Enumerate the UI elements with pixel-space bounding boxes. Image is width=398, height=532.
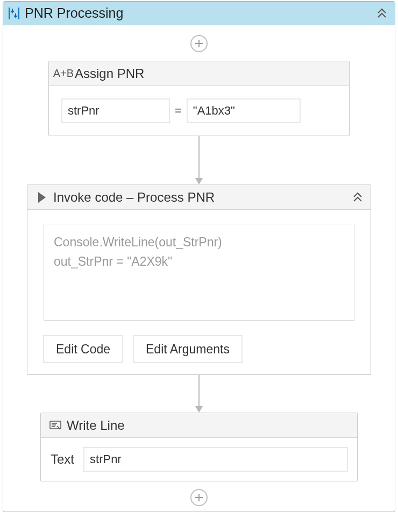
invoke-body: Console.WriteLine(out_StrPnr) out_StrPnr… (27, 210, 371, 374)
add-activity-top[interactable] (190, 35, 208, 52)
invoke-header[interactable]: Invoke code – Process PNR (27, 185, 371, 210)
sequence-icon (6, 6, 22, 21)
activity-invoke-code[interactable]: Invoke code – Process PNR Console.WriteL… (27, 185, 371, 375)
flow-arrow (195, 375, 203, 413)
writeline-title: Write Line (67, 418, 352, 433)
assign-value-field[interactable] (187, 99, 300, 123)
assign-icon: A+B (54, 66, 73, 82)
writeline-text-label: Text (51, 452, 74, 467)
flow-arrow (195, 136, 203, 185)
sequence-header[interactable]: PNR Processing (3, 2, 395, 25)
invoke-title: Invoke code – Process PNR (53, 190, 350, 205)
assign-header[interactable]: A+B Assign PNR (49, 61, 349, 86)
activity-assign-pnr[interactable]: A+B Assign PNR = (48, 61, 350, 136)
expand-arrow-icon[interactable] (33, 189, 51, 205)
assign-title: Assign PNR (75, 66, 344, 81)
add-activity-bottom[interactable] (190, 489, 208, 506)
writeline-header[interactable]: Write Line (41, 413, 357, 438)
sequence-pnr-processing: PNR Processing A+B Assign PNR = (3, 1, 395, 512)
writeline-body: Text (41, 438, 357, 481)
edit-arguments-button[interactable]: Edit Arguments (133, 336, 242, 363)
collapse-icon[interactable] (374, 6, 389, 21)
collapse-icon[interactable] (350, 190, 365, 205)
equals-sign: = (175, 104, 182, 118)
activity-write-line[interactable]: Write Line Text (40, 413, 358, 481)
writeline-text-field[interactable] (84, 448, 347, 471)
edit-code-button[interactable]: Edit Code (44, 336, 123, 363)
sequence-title: PNR Processing (25, 5, 374, 21)
sequence-body: A+B Assign PNR = Invoke code – Process P… (3, 25, 395, 512)
writeline-icon (46, 417, 65, 434)
assign-body: = (49, 86, 349, 136)
code-preview[interactable]: Console.WriteLine(out_StrPnr) out_StrPnr… (44, 224, 354, 321)
assign-to-field[interactable] (62, 99, 169, 123)
